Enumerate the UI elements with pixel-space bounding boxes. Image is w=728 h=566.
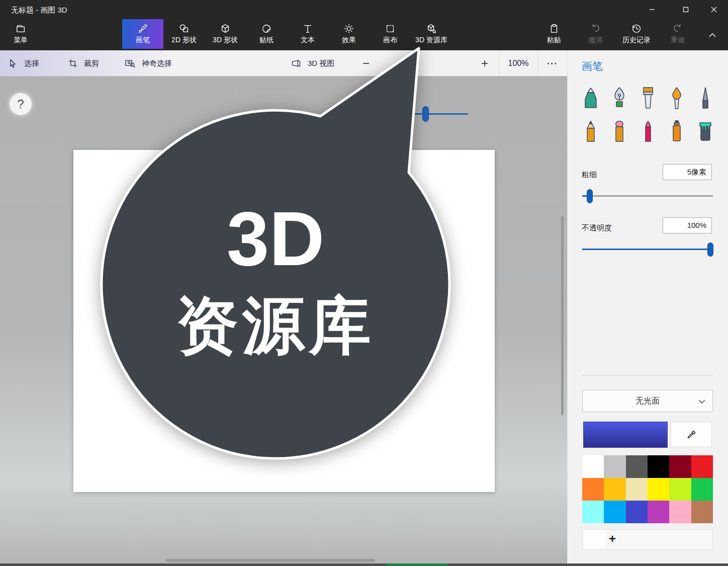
taskbar-sliver — [386, 563, 447, 566]
horizontal-scrollbar[interactable] — [166, 559, 375, 562]
zoom-slider-thumb[interactable] — [422, 106, 429, 122]
color-swatch[interactable] — [648, 455, 669, 478]
history-button[interactable]: 历史记录 — [613, 19, 660, 49]
tab-text[interactable]: 文本 — [287, 19, 328, 49]
color-swatch[interactable] — [648, 478, 669, 501]
color-swatch[interactable] — [669, 455, 691, 478]
panel-title: 画笔 — [582, 59, 603, 73]
3d-library-icon — [426, 23, 437, 34]
help-button[interactable]: ? — [10, 93, 32, 115]
opacity-slider-thumb[interactable] — [707, 242, 713, 257]
vertical-scrollbar[interactable] — [561, 216, 564, 415]
brush-calligraphy-pen[interactable] — [609, 86, 629, 111]
opacity-input[interactable]: 100% — [663, 217, 712, 233]
more-options-button[interactable]: ⋯ — [538, 50, 567, 76]
pencil-icon — [582, 120, 600, 144]
tab-effects[interactable]: 效果 — [328, 19, 370, 49]
color-swatch[interactable] — [691, 478, 713, 501]
thickness-slider-track[interactable] — [582, 195, 713, 197]
sticker-icon — [261, 23, 272, 34]
paste-button[interactable]: 粘贴 — [533, 19, 575, 49]
close-icon — [711, 7, 717, 13]
color-swatch[interactable] — [626, 478, 648, 501]
finish-dropdown[interactable]: 无光面 — [582, 390, 713, 412]
tab-stickers[interactable]: 贴纸 — [246, 19, 287, 49]
color-swatch[interactable] — [604, 501, 625, 523]
color-swatch[interactable] — [669, 478, 691, 501]
opacity-label: 不透明度 — [582, 223, 612, 233]
brush-crayon[interactable] — [638, 119, 658, 144]
plus-icon: + — [609, 532, 616, 546]
brush-fill-bucket[interactable] — [695, 119, 715, 144]
spray-can-icon — [668, 120, 686, 144]
brush-eraser[interactable] — [609, 119, 629, 144]
menu-button[interactable]: 菜单 — [0, 19, 41, 49]
add-color-button[interactable]: + — [582, 529, 713, 550]
select-tool[interactable]: 选择 — [8, 50, 39, 76]
eyedropper-button[interactable] — [671, 422, 712, 447]
crop-tool[interactable]: 裁剪 — [68, 50, 99, 76]
paint-brush-icon — [639, 87, 657, 111]
minimize-icon — [649, 7, 655, 13]
brush-spray-can[interactable] — [667, 119, 687, 144]
thickness-slider-thumb[interactable] — [587, 189, 593, 203]
color-swatch[interactable] — [691, 455, 713, 478]
paint3d-window: 无标题 - 画图 3D 菜单 画笔 2D 形状 — [0, 0, 728, 566]
brush-pixel-pen[interactable] — [695, 86, 715, 111]
menu-icon — [15, 23, 26, 34]
color-swatch[interactable] — [626, 501, 648, 523]
brush-pencil[interactable] — [581, 119, 601, 144]
close-button[interactable] — [706, 3, 721, 16]
color-palette — [582, 455, 713, 523]
brushes-panel: 画笔 — [567, 50, 728, 566]
brush-oil-brush[interactable] — [667, 86, 687, 111]
color-swatch[interactable] — [582, 478, 604, 501]
text-icon — [302, 23, 313, 34]
color-swatch[interactable] — [691, 501, 713, 523]
minimize-button[interactable] — [645, 3, 660, 16]
fill-bucket-icon — [696, 120, 714, 144]
opacity-slider-track[interactable] — [582, 249, 713, 250]
brush-marker[interactable] — [581, 86, 601, 111]
tab-3d-library[interactable]: 3D 资源库 — [406, 19, 457, 49]
brush-paint-brush[interactable] — [638, 86, 658, 111]
collapse-toolbar-button[interactable] — [705, 28, 720, 43]
magic-select-icon — [125, 58, 136, 68]
history-clock-icon — [631, 23, 642, 34]
color-swatch[interactable] — [582, 455, 604, 478]
zoom-in-button[interactable]: + — [475, 50, 495, 76]
pixel-pen-icon — [696, 87, 714, 111]
zoom-level-value[interactable]: 100% — [499, 50, 538, 76]
brush-icon — [137, 23, 148, 34]
color-swatch[interactable] — [669, 501, 691, 523]
color-swatch[interactable] — [604, 455, 625, 478]
cursor-icon — [8, 58, 18, 68]
color-swatch[interactable] — [626, 455, 648, 478]
3d-view-icon — [291, 58, 302, 68]
zoom-out-button[interactable]: − — [356, 50, 376, 76]
redo-button[interactable]: 重做 — [657, 19, 698, 49]
color-swatch[interactable] — [648, 501, 669, 523]
tab-2d-shapes[interactable]: 2D 形状 — [163, 19, 205, 49]
magic-select-tool[interactable]: 神奇选择 — [125, 50, 172, 76]
tool-options-bar: 选择 裁剪 神奇选择 3D 视图 − + 100% ⋯ — [0, 50, 567, 76]
maximize-button[interactable] — [678, 3, 693, 16]
view-3d-button[interactable]: 3D 视图 — [291, 50, 334, 76]
redo-icon — [672, 23, 683, 34]
thickness-label: 粗细 — [582, 170, 597, 180]
current-color-swatch[interactable] — [583, 422, 668, 448]
titlebar-and-toolbar[interactable]: 无标题 - 画图 3D 菜单 画笔 2D 形状 — [0, 0, 728, 50]
calligraphy-pen-icon — [610, 87, 628, 111]
window-title: 无标题 - 画图 3D — [11, 6, 67, 15]
color-swatch[interactable] — [604, 478, 625, 501]
tab-canvas[interactable]: 画布 — [370, 19, 411, 49]
drawing-canvas[interactable] — [73, 150, 495, 492]
tab-3d-shapes[interactable]: 3D 形状 — [205, 19, 246, 49]
thickness-input[interactable]: 5像素 — [663, 164, 712, 180]
paste-clipboard-icon — [549, 23, 560, 34]
tab-brushes[interactable]: 画笔 — [122, 19, 163, 49]
undo-button[interactable]: 撤消 — [575, 19, 616, 49]
crop-icon — [68, 58, 78, 68]
eyedropper-icon — [686, 429, 697, 440]
color-swatch[interactable] — [582, 501, 604, 523]
